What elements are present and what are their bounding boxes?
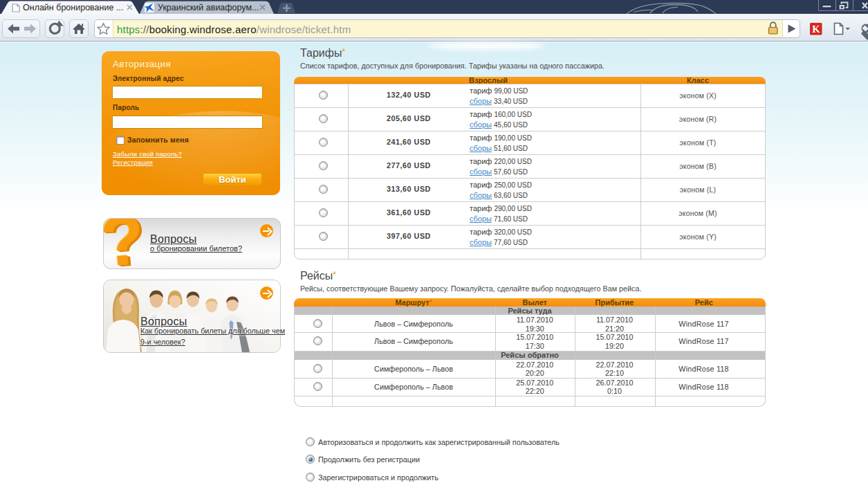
svg-text:K: K <box>812 24 820 35</box>
svg-text:Украинский авиафорум...: Украинский авиафорум... <box>158 3 259 12</box>
svg-text:Онлайн бронирование ...: Онлайн бронирование ... <box>23 3 123 12</box>
